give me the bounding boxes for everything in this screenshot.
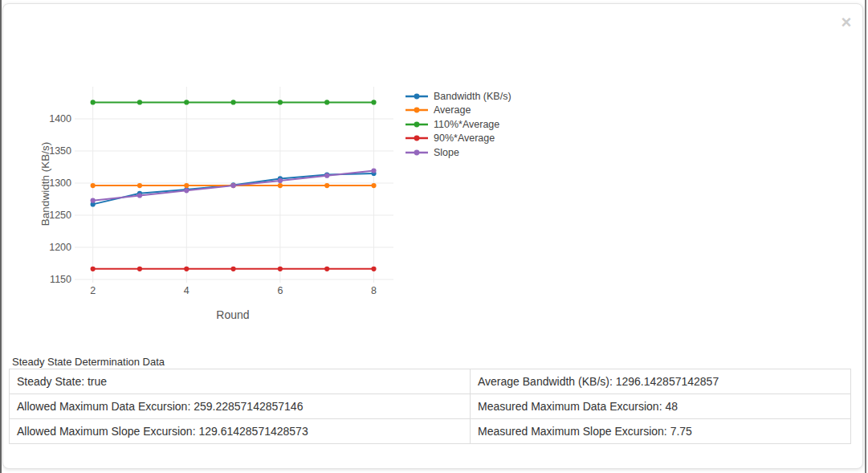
table-cell-measured-data-excursion: Measured Maximum Data Excursion: 48 (471, 394, 851, 419)
table-row: Steady State: true Average Bandwidth (KB… (10, 369, 851, 394)
legend-item-2[interactable]: 110%*Average (405, 117, 511, 132)
page: 1150120012501300135014002468 Bandwidth (… (0, 0, 868, 473)
data-point (371, 100, 376, 104)
data-point (324, 100, 329, 104)
series-line-0 (93, 173, 374, 204)
data-point (324, 173, 329, 178)
data-point (371, 168, 376, 173)
y-tick-label: 1400 (49, 113, 71, 124)
data-point (137, 183, 142, 188)
data-point (324, 267, 329, 271)
data-point (230, 100, 235, 104)
x-axis-title: Round (216, 308, 249, 321)
y-tick-label: 1250 (49, 210, 71, 221)
data-point (137, 267, 142, 271)
legend-item-3[interactable]: 90%*Average (405, 132, 511, 146)
chart-legend: Bandwidth (KB/s)Average110%*Average90%*A… (405, 89, 511, 160)
y-axis-title: Bandwidth (KB/s) (39, 142, 51, 226)
x-tick-label: 6 (277, 285, 283, 296)
table-row: Allowed Maximum Data Excursion: 259.2285… (10, 394, 851, 419)
bandwidth-chart[interactable]: 1150120012501300135014002468 (0, 0, 562, 345)
legend-swatch-icon (405, 134, 428, 142)
legend-swatch-icon (405, 120, 428, 128)
legend-item-4[interactable]: Slope (405, 145, 511, 160)
legend-swatch-icon (405, 149, 428, 157)
data-point (91, 183, 96, 188)
data-point (278, 178, 283, 183)
data-point (278, 100, 283, 104)
steady-state-table: Steady State: true Average Bandwidth (KB… (9, 369, 851, 444)
legend-item-1[interactable]: Average (405, 104, 511, 118)
legend-item-0[interactable]: Bandwidth (KB/s) (405, 89, 511, 104)
data-point (91, 267, 96, 271)
close-icon: × (842, 12, 852, 32)
legend-swatch-icon (405, 92, 428, 100)
x-tick-label: 8 (371, 285, 377, 296)
window-frame-right-edge (865, 0, 866, 473)
table-section-title: Steady State Determination Data (12, 356, 165, 368)
y-tick-label: 1300 (49, 177, 71, 189)
table-cell-average-bandwidth: Average Bandwidth (KB/s): 1296.142857142… (471, 369, 851, 394)
data-point (371, 267, 376, 271)
x-tick-label: 4 (184, 285, 189, 296)
legend-label: Average (434, 104, 471, 116)
x-tick-label: 2 (90, 285, 96, 296)
data-point (278, 183, 283, 188)
legend-label: 90%*Average (434, 133, 495, 144)
table-cell-measured-slope-excursion: Measured Maximum Slope Excursion: 7.75 (471, 419, 851, 444)
data-point (278, 267, 283, 271)
data-point (137, 100, 142, 104)
table-cell-allowed-slope-excursion: Allowed Maximum Slope Excursion: 129.614… (10, 419, 471, 444)
table-cell-allowed-data-excursion: Allowed Maximum Data Excursion: 259.2285… (10, 394, 471, 419)
legend-label: Slope (434, 147, 459, 158)
data-point (184, 188, 189, 193)
legend-label: 110%*Average (434, 119, 499, 130)
data-point (230, 183, 235, 188)
data-point (184, 100, 189, 104)
window-frame-left-edge (0, 0, 2, 473)
modal-close-button[interactable]: × (837, 13, 856, 32)
data-point (371, 183, 376, 188)
y-tick-label: 1200 (49, 242, 71, 253)
legend-swatch-icon (405, 106, 428, 114)
data-point (184, 183, 189, 188)
y-tick-label: 1350 (49, 145, 71, 157)
data-point (91, 198, 96, 203)
data-point (230, 267, 235, 271)
data-point (324, 183, 329, 188)
data-point (137, 193, 142, 198)
data-point (184, 267, 189, 271)
y-tick-label: 1150 (50, 274, 71, 285)
table-row: Allowed Maximum Slope Excursion: 129.614… (10, 419, 851, 444)
data-point (91, 100, 96, 104)
legend-label: Bandwidth (KB/s) (434, 91, 511, 102)
table-cell-steady-state: Steady State: true (10, 369, 471, 394)
